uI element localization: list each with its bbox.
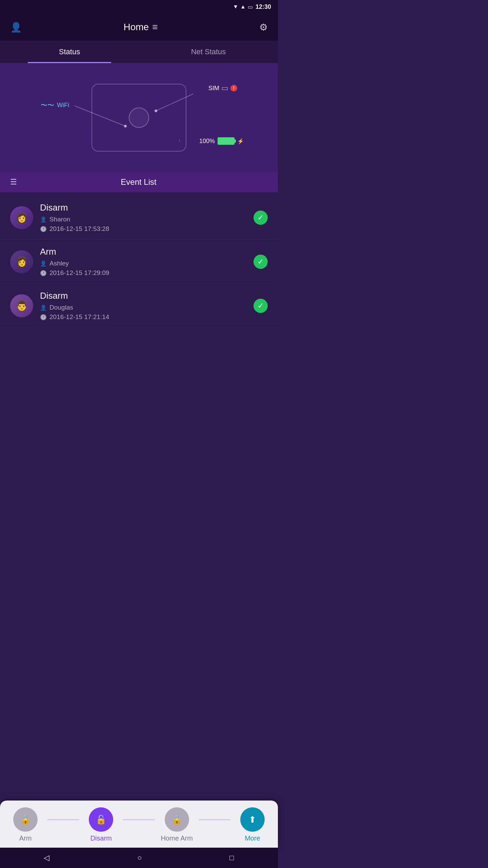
event-list-title: Event List (22, 177, 255, 187)
user-icon: 👤 (40, 260, 47, 267)
wifi-status-icon: ▼ (233, 4, 238, 10)
avatar-image-sharon: 👩 (16, 212, 28, 223)
event-user: 👤 Sharon (40, 216, 247, 223)
wifi-symbol-icon: 〜〜 (41, 101, 54, 110)
tab-status[interactable]: Status (0, 41, 139, 63)
avatar-image-ashley: 👩 (16, 256, 28, 267)
tab-net-status[interactable]: Net Status (139, 41, 278, 63)
avatar-image-douglas: 👨 (16, 300, 28, 311)
status-icons: ▼ ▲ ▭ (233, 4, 253, 10)
header-title-group: Home ≡ (123, 22, 158, 33)
event-time: 🕐 2016-12-15 17:53:28 (40, 225, 247, 233)
battery-label: 100% ⚡ (199, 137, 244, 145)
app-title: Home (123, 22, 149, 33)
device-circle (129, 107, 149, 128)
event-time: 🕐 2016-12-15 17:29:09 (40, 269, 247, 277)
event-status: ✓ (253, 211, 268, 225)
event-item: 👩 Disarm 👤 Sharon 🕐 2016-12-15 17:53:28 … (0, 196, 278, 240)
sim-label: SIM ▭ ! (208, 84, 237, 93)
charging-icon: ⚡ (237, 138, 244, 144)
success-check-icon: ✓ (253, 255, 268, 269)
success-check-icon: ✓ (253, 211, 268, 225)
signal-status-icon: ▲ (240, 4, 246, 10)
sim-error-icon: ! (230, 85, 237, 92)
network-diagram: 〜〜 WiFi SIM ▭ ! 100% ⚡ (14, 74, 264, 162)
battery-status-icon: ▭ (248, 4, 253, 10)
event-user: 👤 Douglas (40, 304, 247, 311)
sim-card-icon: ▭ (221, 84, 228, 93)
event-action: Disarm (40, 291, 247, 301)
clock-icon: 🕐 (40, 226, 47, 232)
battery-bar (218, 137, 235, 145)
profile-icon[interactable]: 👤 (10, 22, 22, 33)
event-content: Disarm 👤 Douglas 🕐 2016-12-15 17:21:14 (40, 291, 247, 321)
status-bar: ▼ ▲ ▭ 12:30 (0, 0, 278, 14)
clock-icon: 🕐 (40, 314, 47, 320)
event-time: 🕐 2016-12-15 17:21:14 (40, 313, 247, 321)
status-time: 12:30 (256, 3, 271, 11)
event-action: Arm (40, 246, 247, 257)
network-panel: 〜〜 WiFi SIM ▭ ! 100% ⚡ (0, 63, 278, 172)
device-box (92, 84, 186, 152)
wifi-label: 〜〜 WiFi (41, 101, 69, 110)
settings-icon[interactable]: ⚙ (259, 22, 268, 33)
user-icon: 👤 (40, 216, 47, 223)
event-action: Disarm (40, 202, 247, 213)
header: 👤 Home ≡ ⚙ (0, 14, 278, 41)
event-user: 👤 Ashley (40, 260, 247, 267)
event-item: 👨 Disarm 👤 Douglas 🕐 2016-12-15 17:21:14… (0, 284, 278, 328)
event-status: ✓ (253, 255, 268, 269)
user-icon: 👤 (40, 304, 47, 311)
success-check-icon: ✓ (253, 299, 268, 313)
event-content: Arm 👤 Ashley 🕐 2016-12-15 17:29:09 (40, 246, 247, 277)
event-list-header: ☰ Event List (0, 172, 278, 192)
event-status: ✓ (253, 299, 268, 313)
events-container: 👩 Disarm 👤 Sharon 🕐 2016-12-15 17:53:28 … (0, 192, 278, 331)
menu-icon[interactable]: ≡ (152, 22, 158, 33)
clock-icon: 🕐 (40, 270, 47, 276)
tabs: Status Net Status (0, 41, 278, 63)
avatar: 👩 (10, 206, 33, 229)
avatar: 👨 (10, 294, 33, 317)
avatar: 👩 (10, 250, 33, 273)
event-content: Disarm 👤 Sharon 🕐 2016-12-15 17:53:28 (40, 202, 247, 233)
filter-icon[interactable]: ☰ (10, 178, 17, 186)
event-item: 👩 Arm 👤 Ashley 🕐 2016-12-15 17:29:09 ✓ (0, 240, 278, 284)
